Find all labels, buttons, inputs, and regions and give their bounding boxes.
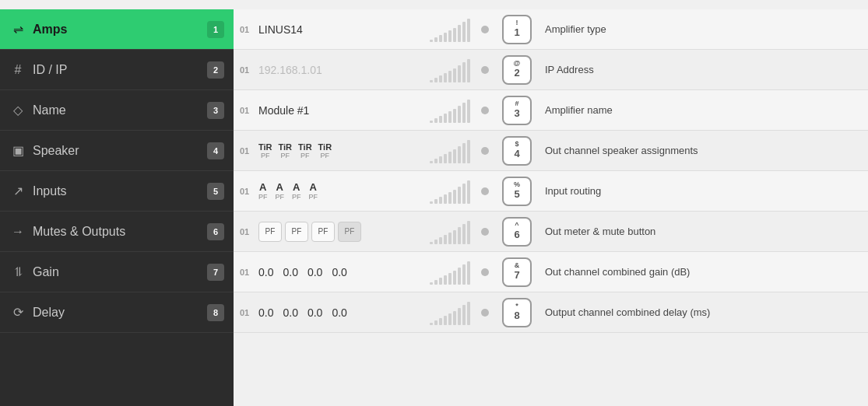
row-keyboard-3: #3 xyxy=(497,96,537,125)
bar-5 xyxy=(448,111,452,123)
bar-7 xyxy=(458,227,461,244)
pf-channel-4: PF xyxy=(338,222,361,242)
row-value-1: LINUS14 xyxy=(258,23,303,36)
row-content-4: TiRPFTiRPFTiRPFTiRPF xyxy=(255,142,427,159)
sidebar-item-mutes-outputs[interactable]: →Mutes & Outputs6 xyxy=(0,212,234,252)
row-dot-1 xyxy=(473,26,497,33)
bar-3 xyxy=(439,156,442,163)
tir-channel-3: TiRPF xyxy=(298,142,312,159)
sidebar-icon-delay: ⟳ xyxy=(9,305,26,320)
sidebar-badge-name: 3 xyxy=(207,102,224,119)
a-sub-label: PF xyxy=(258,193,268,201)
bar-2 xyxy=(434,240,438,244)
bar-1 xyxy=(430,282,433,285)
row-value-1: 0.0 xyxy=(258,306,273,319)
row-description-2: IP Address xyxy=(537,64,868,75)
dot-indicator xyxy=(481,147,489,155)
bar-4 xyxy=(444,316,447,325)
row-dot-7 xyxy=(473,268,497,276)
sidebar-badge-delay: 8 xyxy=(207,304,224,321)
key-badge-1: !1 xyxy=(502,15,532,44)
row-dot-4 xyxy=(473,147,497,155)
row-content-1: LINUS14 xyxy=(255,23,427,36)
main-container: ⇌Amps1#ID / IP2◇Name3▣Speaker4↗Inputs5→M… xyxy=(0,9,868,406)
row-dot-3 xyxy=(473,107,497,114)
row-dot-5 xyxy=(473,187,497,195)
sidebar-badge-inputs: 5 xyxy=(207,183,224,200)
key-main-symbol: 7 xyxy=(514,270,519,281)
row-keyboard-4: $4 xyxy=(497,136,537,166)
sidebar-item-speaker[interactable]: ▣Speaker4 xyxy=(0,131,234,171)
tir-label: TiR xyxy=(258,142,272,152)
row-keyboard-1: !1 xyxy=(497,15,537,44)
bar-7 xyxy=(458,106,461,123)
sidebar-item-gain[interactable]: ⥮Gain7 xyxy=(0,252,234,292)
row-description-1: Amplifier type xyxy=(537,23,868,35)
row-num-6: 01 xyxy=(234,227,255,236)
sidebar-item-delay[interactable]: ⟳Delay8 xyxy=(0,292,234,333)
row-content-2: 192.168.1.01 xyxy=(255,64,427,76)
bar-7 xyxy=(458,187,461,204)
sidebar-icon-amps: ⇌ xyxy=(9,22,26,37)
row-content-5: APFAPFAPFAPF xyxy=(255,181,427,201)
dot-indicator xyxy=(481,66,489,74)
bar-1 xyxy=(430,201,433,204)
bar-9 xyxy=(467,302,470,325)
row-description-3: Amplifier name xyxy=(537,104,868,116)
table-row-3: 01Module #1#3Amplifier name xyxy=(234,90,868,131)
bar-4 xyxy=(444,114,447,123)
row-description-4: Out channel speaker assignments xyxy=(537,145,868,156)
a-channel-3: APF xyxy=(292,181,301,201)
bar-3 xyxy=(439,318,442,325)
bar-8 xyxy=(462,22,466,42)
bar-6 xyxy=(453,271,456,285)
bar-8 xyxy=(462,264,466,285)
sidebar-item-inputs[interactable]: ↗Inputs5 xyxy=(0,171,234,212)
content-area: 01LINUS14!1Amplifier type01192.168.1.01@… xyxy=(234,9,868,406)
bar-1 xyxy=(430,161,433,163)
sidebar-icon-name: ◇ xyxy=(9,103,26,117)
a-channel-4: APF xyxy=(309,181,318,201)
a-sub-label: PF xyxy=(309,193,318,201)
bar-1 xyxy=(430,80,433,82)
bar-2 xyxy=(434,118,438,123)
tir-label: TiR xyxy=(318,142,332,152)
bar-5 xyxy=(448,152,452,163)
bar-4 xyxy=(444,275,447,285)
key-badge-6: ^6 xyxy=(502,217,532,247)
sidebar-icon-gain: ⥮ xyxy=(9,264,26,279)
row-num-4: 01 xyxy=(234,146,255,156)
sidebar-item-amps[interactable]: ⇌Amps1 xyxy=(0,9,234,50)
bar-2 xyxy=(434,280,438,285)
bar-3 xyxy=(439,75,442,82)
sidebar-label-amps: Amps xyxy=(26,23,207,37)
row-num-8: 01 xyxy=(234,308,255,317)
row-dot-6 xyxy=(473,228,497,236)
bar-3 xyxy=(439,116,442,123)
pf-channel-3: PF xyxy=(311,222,335,242)
dot-indicator xyxy=(481,309,489,317)
key-main-symbol: 3 xyxy=(514,108,519,119)
tir-label: TiR xyxy=(298,142,312,152)
key-badge-2: @2 xyxy=(502,55,532,85)
dot-indicator xyxy=(481,26,489,33)
row-bars-3 xyxy=(427,98,473,123)
row-content-3: Module #1 xyxy=(255,104,427,117)
bar-9 xyxy=(467,140,470,163)
a-channel-2: APF xyxy=(276,181,285,201)
bar-3 xyxy=(439,237,442,244)
pf-channel-2: PF xyxy=(285,222,308,242)
bar-5 xyxy=(448,273,452,285)
row-value-3: 0.0 xyxy=(307,306,322,319)
bar-3 xyxy=(439,197,442,204)
sidebar-item-id-ip[interactable]: #ID / IP2 xyxy=(0,50,234,90)
dot-indicator xyxy=(481,228,489,236)
pf-channel-1: PF xyxy=(258,222,282,242)
sidebar-item-name[interactable]: ◇Name3 xyxy=(0,90,234,131)
tir-sub-label: PF xyxy=(261,152,270,159)
bar-7 xyxy=(458,146,461,163)
row-content-7: 0.00.00.00.0 xyxy=(255,266,427,278)
a-channel-1: APF xyxy=(258,181,268,201)
sidebar-icon-speaker: ▣ xyxy=(9,143,26,158)
row-description-8: Output channel combined delay (ms) xyxy=(537,306,868,318)
